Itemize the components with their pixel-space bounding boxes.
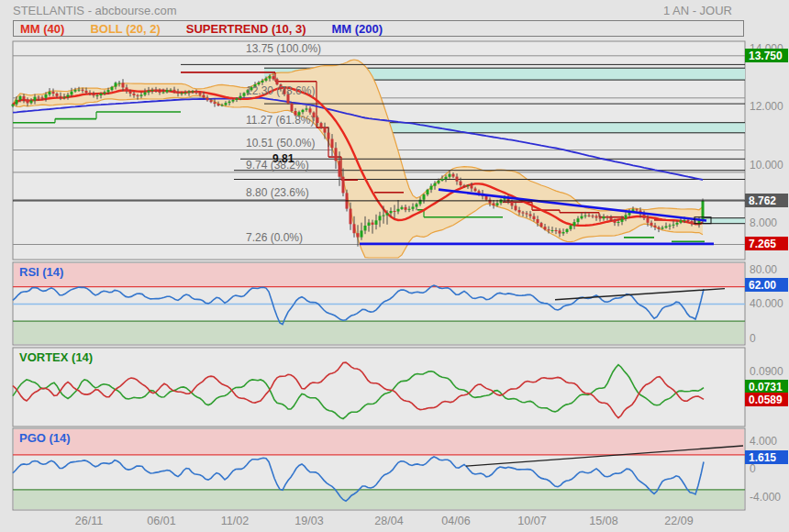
rsi-panel-title: RSI (14) <box>19 265 63 279</box>
legend-supertrend[interactable]: SUPERTREND (10, 3) <box>186 22 306 36</box>
rsi-plot <box>13 263 745 344</box>
date-label: 11/02 <box>213 515 257 527</box>
price-value-badge: 8.762 <box>745 194 788 207</box>
fib-label: 8.80 (23.6%) <box>246 186 309 199</box>
price-axis-label: 8.000 <box>750 216 777 229</box>
price-value-badge: 13.750 <box>745 49 788 62</box>
rsi-axis-label: 0 <box>750 332 756 345</box>
fib-label: 13.75 (100.0%) <box>246 42 321 55</box>
fib-label: 12.30 (78.6%) <box>246 84 315 97</box>
pgo-oversold-zone <box>14 490 744 509</box>
vortex-value-badge: 0.0731 <box>745 380 788 393</box>
legend-mm200[interactable]: MM (200) <box>331 22 383 36</box>
date-label: 06/01 <box>139 515 183 527</box>
rsi-oversold-zone <box>14 321 744 344</box>
indicator-legend: MM (40) BOLL (20, 2) SUPERTREND (10, 3) … <box>13 20 744 37</box>
timeframe-label: 1 AN - JOUR <box>663 4 732 17</box>
pgo-axis-label: 4.000 <box>750 435 777 448</box>
price-axis-label: 10.000 <box>750 159 783 172</box>
price-annotation: 9.81 <box>272 152 294 165</box>
date-label: 26/11 <box>67 515 111 527</box>
price-value-badge: 7.265 <box>745 237 788 250</box>
chart-window: STELLANTIS - abcbourse.com 1 AN - JOUR M… <box>0 0 789 532</box>
pgo-panel-title: PGO (14) <box>19 431 71 445</box>
rsi-overbought-zone <box>14 263 744 287</box>
date-label: 15/08 <box>582 515 626 527</box>
legend-mm40[interactable]: MM (40) <box>20 22 64 36</box>
vortex-value-badge: 0.0589 <box>745 393 788 406</box>
date-label: 04/06 <box>434 515 478 527</box>
pgo-axis-label: -4.000 <box>750 491 781 504</box>
vortex-panel-title: VORTEX (14) <box>19 350 93 364</box>
date-label: 19/03 <box>287 515 331 527</box>
rsi-axis-label: 40.000 <box>750 297 783 310</box>
legend-boll[interactable]: BOLL (20, 2) <box>90 22 160 36</box>
fib-label: 7.26 (0.0%) <box>246 231 303 244</box>
date-label: 10/07 <box>510 515 554 527</box>
instrument-title: STELLANTIS - abcbourse.com <box>13 4 176 17</box>
rsi-axis-label: 80.00 <box>750 263 777 276</box>
fib-label: 10.51 (50.0%) <box>246 137 315 150</box>
date-label: 28/04 <box>367 515 411 527</box>
fib-label: 11.27 (61.8%) <box>246 114 315 127</box>
rsi-value-badge: 62.00 <box>745 278 788 292</box>
vortex-axis-label: 0.0900 <box>750 365 783 378</box>
date-label: 22/09 <box>657 515 701 527</box>
pgo-value-badge: 1.615 <box>745 450 788 464</box>
pgo-axis-label: 0 <box>750 462 756 475</box>
chart-canvas[interactable] <box>0 0 789 532</box>
price-axis-label: 12.000 <box>750 100 783 113</box>
pgo-overbought-zone <box>14 429 744 455</box>
